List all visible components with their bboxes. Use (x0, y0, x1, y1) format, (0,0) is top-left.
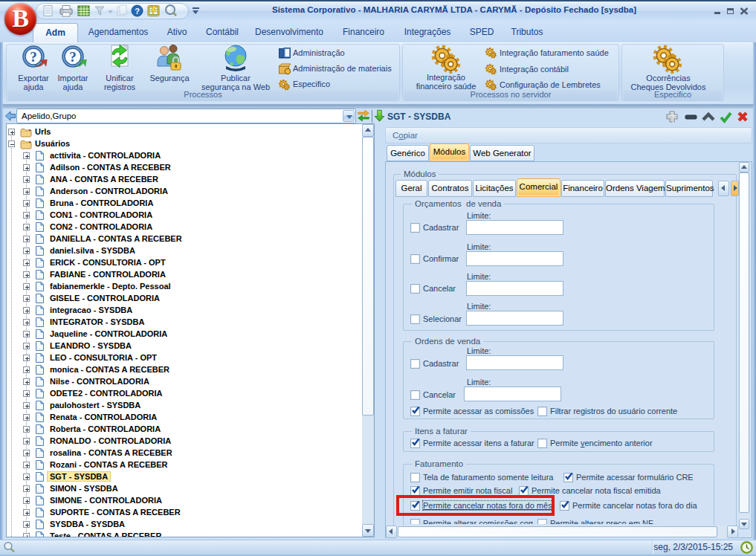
svg-text:?: ? (69, 49, 77, 65)
svg-text:?: ? (30, 49, 37, 65)
svg-text:?: ? (135, 7, 140, 16)
